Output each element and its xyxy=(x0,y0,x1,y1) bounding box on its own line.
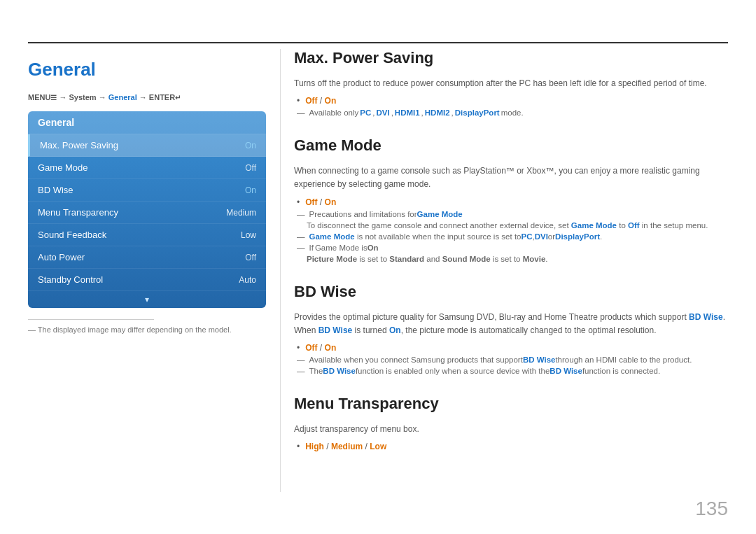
menu-item-sound-feedback[interactable]: Sound Feedback Low xyxy=(28,224,266,246)
menu-item-label: Standby Control xyxy=(38,274,103,285)
menu-item-value: Off xyxy=(245,253,256,262)
menu-item-bd-wise[interactable]: BD Wise On xyxy=(28,179,266,202)
section-title-max-power-saving: Max. Power Saving xyxy=(294,49,728,71)
vertical-divider xyxy=(280,49,281,492)
note-game-is-on: If Game Mode is On xyxy=(294,244,728,252)
section-max-power-saving: Max. Power Saving Turns off the product … xyxy=(294,49,728,117)
menu-item-value: Medium xyxy=(226,208,256,218)
section-title-bd-wise: BD Wise xyxy=(294,283,728,305)
top-border xyxy=(28,42,728,43)
page-title: General xyxy=(28,59,266,80)
menu-item-value: Off xyxy=(245,163,256,173)
menu-panel-header: General xyxy=(28,111,266,134)
menu-item-label: Sound Feedback xyxy=(38,230,106,240)
note-game-disconnect: To disconnect the game console and conne… xyxy=(294,221,728,230)
left-panel: General MENU☰ → System → General → ENTER… xyxy=(28,49,266,492)
note-picture-mode: Picture Mode is set to Standard and Soun… xyxy=(294,255,728,263)
section-desc-menu-transparency: Adjust transparency of menu box. xyxy=(294,423,728,436)
section-desc-bd-wise: Provides the optimal picture quality for… xyxy=(294,311,728,337)
menu-item-auto-power[interactable]: Auto Power Off xyxy=(28,246,266,269)
note-game-not-available: Game Mode is not available when the inpu… xyxy=(294,232,728,241)
menu-item-label: Max. Power Saving xyxy=(40,140,118,150)
menu-item-standby-control[interactable]: Standby Control Auto xyxy=(28,269,266,291)
menu-item-menu-transparency[interactable]: Menu Transparency Medium xyxy=(28,202,266,224)
menu-arrow-down: ▾ xyxy=(28,291,266,308)
breadcrumb-menu: MENU☰ xyxy=(28,93,57,101)
section-desc-max-power-saving: Turns off the product to reduce power co… xyxy=(294,77,728,90)
section-menu-transparency: Menu Transparency Adjust transparency of… xyxy=(294,395,728,451)
menu-item-value: Low xyxy=(241,230,256,240)
menu-item-label: Game Mode xyxy=(38,162,88,173)
menu-item-value: On xyxy=(245,185,256,195)
menu-item-label: BD Wise xyxy=(38,185,74,195)
menu-item-label: Menu Transparency xyxy=(38,207,118,218)
section-title-game-mode: Game Mode xyxy=(294,136,728,159)
menu-item-label: Auto Power xyxy=(38,252,85,262)
menu-item-value: Auto xyxy=(239,275,256,285)
left-divider xyxy=(28,319,154,320)
note-available-pc: Available only PC, DVI, HDMI1, HDMI2, Di… xyxy=(294,108,728,117)
bullet-bd-off-on: Off / On xyxy=(294,343,728,353)
section-game-mode: Game Mode When connecting to a game cons… xyxy=(294,136,728,262)
bullet-transparency-options: High / Medium / Low xyxy=(294,442,728,451)
menu-item-game-mode[interactable]: Game Mode Off xyxy=(28,157,266,179)
right-panel: Max. Power Saving Turns off the product … xyxy=(294,49,728,492)
breadcrumb: MENU☰ → System → General → ENTER↵ xyxy=(28,93,266,101)
note-bd-available: Available when you connect Samsung produ… xyxy=(294,356,728,364)
bullet-game-off-on: Off / On xyxy=(294,197,728,207)
bullet-off-on: Off / On xyxy=(294,96,728,106)
left-footnote: ― The displayed image may differ dependi… xyxy=(28,325,266,334)
note-game-precautions: Precautions and limitations for Game Mod… xyxy=(294,210,728,218)
breadcrumb-general: General xyxy=(108,93,137,101)
section-title-menu-transparency: Menu Transparency xyxy=(294,395,728,417)
section-bd-wise: BD Wise Provides the optimal picture qua… xyxy=(294,283,728,375)
menu-panel: General Max. Power Saving On Game Mode O… xyxy=(28,111,266,308)
menu-item-max-power-saving[interactable]: Max. Power Saving On xyxy=(28,134,266,157)
note-bd-function: The BD Wise function is enabled only whe… xyxy=(294,367,728,375)
menu-item-value: On xyxy=(245,141,256,150)
breadcrumb-system: System xyxy=(69,93,97,101)
page-number: 135 xyxy=(695,498,728,520)
section-desc-game-mode: When connecting to a game console such a… xyxy=(294,164,728,191)
